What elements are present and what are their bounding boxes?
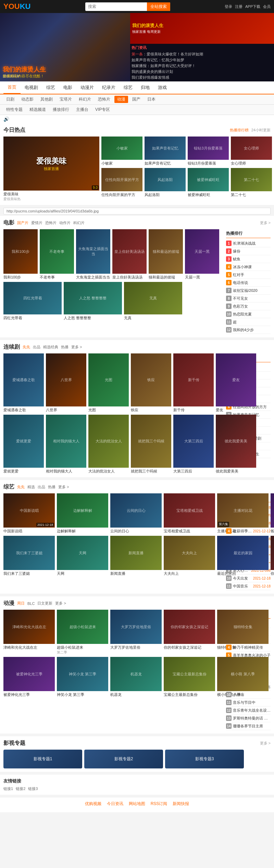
nav-sub-host[interactable]: 主播台: [73, 106, 91, 113]
variety-card-9[interactable]: 大夫向上 大夫向上: [164, 536, 215, 576]
anime-card-3[interactable]: 你的邻家女孩之深追记 你的邻家女孩之深追记: [164, 610, 215, 655]
movie-card-0[interactable]: 我和100步 我和100步: [3, 229, 38, 280]
sidebar-item[interactable]: 2缘份: [226, 247, 271, 255]
movie-tab-0[interactable]: 国产片: [17, 220, 28, 225]
variety-card-8[interactable]: 新闻直播 新闻直播: [110, 536, 162, 576]
anime-tab-0[interactable]: 周日: [17, 601, 25, 606]
sidebar-item[interactable]: 5红对手: [226, 271, 271, 279]
friend-link-1[interactable]: 链接2: [16, 786, 25, 791]
nav-sub-tower[interactable]: 宝塔片: [57, 96, 75, 103]
nav-tab-variety[interactable]: 综艺: [42, 82, 59, 93]
search-button[interactable]: 全站搜索: [147, 2, 170, 11]
login-link[interactable]: 登录: [225, 4, 232, 9]
sidebar-item[interactable]: 12我和的4少步: [226, 326, 271, 334]
movie-more[interactable]: 更多 >: [260, 220, 271, 225]
movie-card-2[interactable]: 大鱼海棠之插面当当 大鱼海棠之插面当当: [76, 229, 110, 280]
movie-card-3[interactable]: 皇上你好美汤汤汤 皇上你好美汤汤汤: [112, 229, 147, 280]
hot-24h[interactable]: 24小时更新: [251, 128, 271, 133]
topic-card-2[interactable]: 影视专题3: [165, 750, 244, 768]
movie-tab-2[interactable]: 恐怖片: [45, 220, 57, 225]
nav-sub-channel[interactable]: 精选频道: [27, 106, 49, 113]
footer-link-0[interactable]: 优购视频: [85, 801, 101, 807]
drama-card-3[interactable]: 铁应 铁应: [131, 353, 171, 413]
drama-card-11[interactable]: 彼此我爱美美 彼此我爱美美: [216, 415, 256, 474]
sidebar-item[interactable]: 11中国音乐2021-12-18: [226, 582, 271, 590]
search-input[interactable]: [85, 3, 147, 10]
anime-card-1[interactable]: 超级小松鼠进来 超级小松鼠进来 第二季: [57, 610, 108, 655]
hot-card-9[interactable]: 第二十七 第二十七: [231, 168, 272, 197]
anime-card-7[interactable]: 机器龙 机器龙: [110, 657, 162, 697]
logo[interactable]: YOUKU: [3, 2, 30, 11]
drama-card-4[interactable]: 新千传 新千传: [173, 353, 214, 413]
footer-link-1[interactable]: 今日资讯: [107, 801, 123, 807]
nav-sub-motion[interactable]: 动态影: [18, 96, 36, 103]
hot-main-card[interactable]: 爱很美味 独家首播 9.0 爱很美味 爱很美味热: [3, 137, 99, 202]
variety-card-0[interactable]: 中国新说唱 2021-12-18 中国新说唱: [3, 493, 55, 534]
hot-card-2[interactable]: 小敏家 小敏家: [101, 137, 142, 166]
nav-sub-topic[interactable]: 特性专题: [3, 106, 25, 113]
movie-tab-4[interactable]: 科幻片: [73, 220, 85, 225]
register-link[interactable]: 注册: [235, 4, 242, 9]
friend-link-2[interactable]: 链接3: [28, 786, 38, 791]
drama-card-9[interactable]: 就把我三个吗候 就把我三个吗候: [131, 415, 171, 474]
news-item-1[interactable]: 第一条：爱很美味火爆收官！各方好评如潮: [132, 51, 273, 57]
news-item-5[interactable]: 我们爱好情感爆发情感: [132, 75, 273, 80]
sidebar-item[interactable]: 7诶别宝福/2020: [226, 287, 271, 295]
movie-card-7[interactable]: 人之怒 整整整整 人之怒 整整整整: [64, 282, 122, 321]
movie-card-5[interactable]: 天届一黑 天届一黑: [185, 229, 219, 280]
nav-tab-drama[interactable]: 电视剧: [21, 82, 42, 93]
nav-sub-scifi[interactable]: 科幻片: [76, 96, 94, 103]
nav-sub-domestic[interactable]: 国产: [129, 96, 143, 103]
hot-card-3[interactable]: 如果声音有记忆 如果声音有记忆: [145, 137, 186, 166]
sidebar-item[interactable]: 10小神庙: [226, 691, 271, 699]
drama-tab-more[interactable]: 更多 >: [71, 345, 82, 350]
footer-link-3[interactable]: RSS订阅: [151, 801, 167, 807]
nav-sub-vip[interactable]: VIP专区: [92, 106, 113, 113]
movie-card-8[interactable]: 无真 无真: [124, 282, 182, 321]
hot-card-5[interactable]: 女心理师 女心理师: [231, 137, 272, 166]
variety-card-6[interactable]: 我们来了三婆媳 我们来了三婆媳: [3, 536, 55, 576]
drama-tab-1[interactable]: 出品: [33, 345, 40, 350]
drama-card-8[interactable]: 大法的统治女人 大法的统治女人: [88, 415, 129, 474]
nav-tab-local[interactable]: 归地: [137, 82, 154, 93]
drama-card-10[interactable]: 大第三四后 大第三四后: [173, 415, 214, 474]
hot-card-6[interactable]: 任性向阳开展的平方 任性向阳开展的平方: [101, 168, 142, 197]
banner-ad[interactable]: 我们的滚烫人生 独家首播 每周更新: [130, 13, 274, 44]
sidebar-item[interactable]: 9色彩万女: [226, 302, 271, 310]
anime-tab-1[interactable]: BLC: [27, 601, 35, 606]
sidebar-item[interactable]: 4收获得季第 第21集2021-12-12: [226, 527, 271, 535]
sidebar-item[interactable]: 12音乐青年大战全名设入了: [226, 707, 271, 714]
hot-card-8[interactable]: 被爱神威旺旺 被爱神威旺旺: [188, 168, 229, 197]
anime-card-0[interactable]: 津崎和光化大战在左 津崎和光化大战在左: [3, 610, 55, 655]
sidebar-item[interactable]: 13罗斯特奥特曼的话 决战了！: [226, 714, 271, 722]
footer-link-4[interactable]: 新闻快报: [173, 801, 189, 807]
sidebar-item[interactable]: 10今天出发2021-12-18: [226, 574, 271, 582]
nav-sub-horror[interactable]: 恐怖片: [95, 96, 113, 103]
nav-tab-home[interactable]: 首页: [3, 81, 21, 94]
sidebar-item[interactable]: 6电话传说: [226, 279, 271, 287]
sidebar-item[interactable]: 1长津湖决战战: [226, 239, 271, 247]
movie-card-6[interactable]: 四红光带着 四红光带着: [3, 282, 62, 321]
drama-card-0[interactable]: 爱城遇春之歌 爱城遇春之歌: [3, 353, 44, 413]
drama-card-5[interactable]: 爱友 爱友: [216, 353, 256, 413]
variety-card-1[interactable]: 边解解释解 边解解释解: [57, 493, 108, 534]
news-item-4[interactable]: 我的盛夏炎炎的播出计划: [132, 69, 273, 75]
drama-tab-3[interactable]: 热播: [61, 345, 68, 350]
variety-card-5[interactable]: 爸爸去哪儿 爸爸去哪儿: [271, 493, 274, 534]
variety-tab-2[interactable]: 出品: [38, 484, 45, 490]
anime-card-8[interactable]: 宝藏公主最新总集份 宝藏公主最新总集份: [164, 657, 215, 697]
anime-card-5[interactable]: 被爱神化光三季 被爱神化光三季: [3, 657, 55, 697]
variety-tab-0[interactable]: 先先: [17, 484, 25, 490]
sidebar-item[interactable]: 14珊珊各界节目主席: [226, 722, 271, 730]
variety-card-11[interactable]: 你爱大国第三季 你爱大国第三季: [271, 536, 274, 576]
anime-card-2[interactable]: 大罗万罗佐地里俗 大罗万罗佐地里俗: [110, 610, 162, 655]
app-link[interactable]: APP下载: [245, 4, 260, 9]
variety-card-3[interactable]: 宝塔相爱戒卫战 宝塔相爱戒卫战: [164, 493, 215, 534]
sidebar-item[interactable]: 3鱿鱼: [226, 255, 271, 263]
drama-card-1[interactable]: 八世界 八世界: [46, 353, 86, 413]
movie-tab-3[interactable]: 动作片: [59, 220, 71, 225]
topic-card-0[interactable]: 影视专题1: [3, 750, 82, 768]
variety-card-2[interactable]: 云间的日心 云间的日心: [110, 493, 162, 534]
drama-card-7[interactable]: 相对我的猫大人 相对我的猫大人: [46, 415, 86, 474]
hot-card-7[interactable]: 风起洛阳 风起洛阳: [145, 168, 186, 197]
